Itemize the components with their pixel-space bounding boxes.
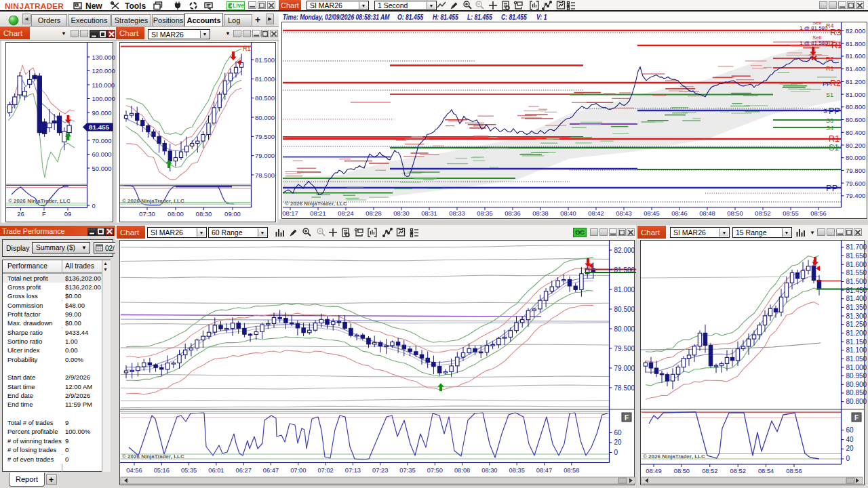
svg-text:26: 26 [17, 210, 24, 218]
svg-text:08:50: 08:50 [674, 468, 690, 474]
svg-text:81.600: 81.600 [846, 52, 865, 60]
svg-text:79.800: 79.800 [846, 167, 865, 174]
svg-text:79.600: 79.600 [846, 180, 865, 187]
svg-text:08:35: 08:35 [509, 467, 525, 474]
svg-text:08:52: 08:52 [702, 468, 717, 474]
svg-text:07:13: 07:13 [345, 467, 361, 474]
svg-text:07:35: 07:35 [399, 467, 415, 474]
svg-text:82.000: 82.000 [614, 247, 635, 254]
svg-text:0: 0 [846, 455, 850, 462]
svg-text:81.250: 81.250 [846, 321, 867, 328]
svg-text:0: 0 [92, 202, 96, 209]
svg-text:80.400: 80.400 [846, 129, 865, 136]
svg-text:81.600: 81.600 [846, 261, 867, 268]
svg-text:05:16: 05:16 [154, 467, 170, 474]
svg-text:R1: R1 [826, 65, 834, 72]
svg-text:08:55: 08:55 [783, 210, 798, 217]
svg-text:80.850: 80.850 [846, 389, 867, 396]
svg-text:08:38: 08:38 [532, 210, 548, 217]
svg-text:130.000: 130.000 [92, 54, 115, 61]
svg-text:90.000: 90.000 [92, 109, 112, 117]
svg-text:20: 20 [846, 445, 854, 452]
svg-text:81.000: 81.000 [614, 286, 635, 293]
svg-text:80.500: 80.500 [255, 94, 275, 102]
svg-text:82.000: 82.000 [846, 27, 865, 35]
svg-text:1 @ 81.580: 1 @ 81.580 [800, 40, 828, 46]
svg-text:81.000: 81.000 [846, 91, 865, 98]
svg-text:81.800: 81.800 [846, 40, 865, 47]
svg-text:07:02: 07:02 [317, 467, 333, 474]
svg-text:81.400: 81.400 [846, 65, 865, 73]
svg-text:08:00: 08:00 [167, 210, 184, 218]
svg-text:08:08: 08:08 [454, 467, 470, 474]
svg-text:08:30: 08:30 [481, 467, 497, 474]
svg-text:08:52: 08:52 [730, 468, 746, 474]
svg-text:09: 09 [64, 210, 72, 218]
svg-text:F: F [42, 210, 46, 218]
svg-text:81.500: 81.500 [614, 266, 635, 274]
svg-text:81.200: 81.200 [846, 78, 865, 85]
svg-text:81.100: 81.100 [846, 346, 867, 354]
svg-text:08:21: 08:21 [310, 210, 326, 217]
svg-text:07:50: 07:50 [427, 467, 443, 474]
svg-text:79.000: 79.000 [614, 365, 635, 372]
svg-text:80.000: 80.000 [255, 114, 275, 121]
svg-text:78.500: 78.500 [255, 171, 275, 179]
svg-text:F: F [625, 414, 629, 422]
svg-text:08:56: 08:56 [810, 210, 826, 217]
svg-text:80.950: 80.950 [846, 372, 867, 380]
svg-text:04:56: 04:56 [126, 467, 142, 474]
svg-text:79.000: 79.000 [255, 152, 275, 159]
svg-text:80.600: 80.600 [846, 116, 865, 123]
svg-text:08:36: 08:36 [505, 210, 520, 217]
svg-text:60.000: 60.000 [92, 150, 112, 158]
svg-text:50.000: 50.000 [92, 165, 112, 172]
svg-text:08:46: 08:46 [671, 210, 687, 217]
svg-text:81.000: 81.000 [255, 75, 275, 83]
svg-text:81.400: 81.400 [846, 295, 867, 302]
svg-text:08:43: 08:43 [616, 210, 631, 217]
svg-text:81.350: 81.350 [846, 304, 867, 311]
svg-text:08:33: 08:33 [449, 210, 465, 217]
svg-text:81.550: 81.550 [846, 269, 867, 277]
svg-text:60: 60 [846, 426, 854, 434]
svg-text:R2: R2 [830, 79, 841, 88]
svg-text:81.000: 81.000 [846, 364, 867, 371]
svg-text:R1: R1 [829, 134, 840, 144]
svg-text:0: 0 [614, 449, 618, 456]
svg-text:© 2026 NinjaTrader, LLC: © 2026 NinjaTrader, LLC [643, 453, 705, 460]
svg-text:R1: R1 [243, 45, 251, 52]
svg-text:80.200: 80.200 [846, 142, 865, 149]
svg-text:79.500: 79.500 [255, 133, 275, 140]
svg-text:08:58: 08:58 [564, 467, 579, 474]
svg-text:70.000: 70.000 [92, 137, 112, 144]
svg-text:81.150: 81.150 [846, 338, 867, 346]
svg-text:79.400: 79.400 [846, 192, 865, 199]
svg-text:80.500: 80.500 [614, 306, 635, 313]
svg-text:R3: R3 [830, 27, 842, 37]
svg-text:81.200: 81.200 [846, 329, 867, 337]
svg-text:© 2026 NinjaTrader, LLC: © 2026 NinjaTrader, LLC [122, 198, 184, 204]
svg-text:© 2026 NinjaTrader, LLC: © 2026 NinjaTrader, LLC [122, 453, 184, 460]
svg-text:120.000: 120.000 [92, 67, 115, 75]
svg-text:S3: S3 [826, 117, 833, 124]
svg-text:S1: S1 [829, 143, 839, 152]
svg-text:110.000: 110.000 [92, 81, 115, 89]
svg-text:06:01: 06:01 [208, 467, 224, 474]
svg-text:81.300: 81.300 [846, 312, 867, 320]
svg-text:81.700: 81.700 [846, 243, 867, 251]
svg-text:80.800: 80.800 [846, 398, 867, 405]
svg-text:80.900: 80.900 [846, 381, 867, 388]
svg-text:08:45: 08:45 [644, 210, 659, 217]
svg-text:08:35: 08:35 [477, 210, 492, 217]
svg-text:S4: S4 [826, 125, 833, 131]
svg-text:81.455: 81.455 [89, 123, 110, 131]
svg-text:08:28: 08:28 [366, 210, 381, 217]
svg-text:08:47: 08:47 [536, 467, 552, 474]
svg-text:81.500: 81.500 [255, 56, 275, 64]
svg-text:07:00: 07:00 [290, 467, 306, 474]
svg-text:© 2026 NinjaTrader, LLC: © 2026 NinjaTrader, LLC [8, 198, 71, 204]
svg-text:08:17: 08:17 [282, 210, 298, 217]
svg-text:08:24: 08:24 [338, 210, 353, 217]
svg-text:81.650: 81.650 [846, 252, 867, 260]
